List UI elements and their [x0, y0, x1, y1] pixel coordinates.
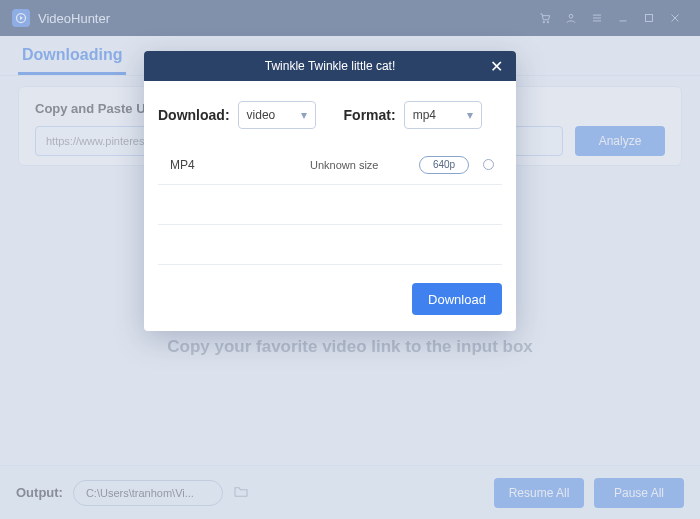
chevron-down-icon: ▾: [467, 108, 473, 122]
format-select[interactable]: mp4 ▾: [404, 101, 482, 129]
row-radio[interactable]: [483, 159, 494, 170]
resolution-pill: 640p: [419, 156, 469, 174]
format-value: mp4: [413, 108, 436, 122]
modal-header: Twinkle Twinkle little cat! ✕: [144, 51, 516, 81]
modal-controls: Download: video ▾ Format: mp4 ▾: [158, 93, 502, 145]
close-icon[interactable]: ✕: [482, 51, 510, 81]
download-type-label: Download:: [158, 107, 230, 123]
empty-row: [158, 185, 502, 225]
row-format: MP4: [170, 158, 310, 172]
format-row[interactable]: MP4 Unknown size 640p: [158, 145, 502, 185]
chevron-down-icon: ▾: [301, 108, 307, 122]
empty-row: [158, 225, 502, 265]
row-size: Unknown size: [310, 159, 419, 171]
download-modal: Twinkle Twinkle little cat! ✕ Download: …: [144, 51, 516, 331]
modal-title: Twinkle Twinkle little cat!: [265, 59, 396, 73]
download-button[interactable]: Download: [412, 283, 502, 315]
download-type-select[interactable]: video ▾: [238, 101, 316, 129]
format-label: Format:: [344, 107, 396, 123]
download-type-value: video: [247, 108, 276, 122]
